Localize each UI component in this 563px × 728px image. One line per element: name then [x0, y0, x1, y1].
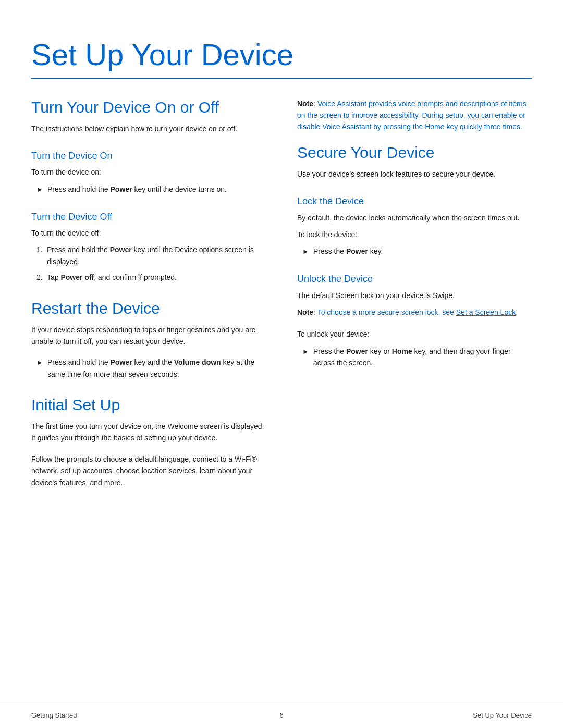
note-text: : Voice Assistant provides voice prompts… [297, 100, 527, 131]
screen-lock-note: Note: To choose a more secure screen loc… [297, 306, 532, 318]
screen-lock-link[interactable]: Set a Screen Lock [456, 308, 516, 316]
turn-on-subsection: Turn the Device On To turn the device on… [31, 150, 266, 195]
initial-setup-title: Initial Set Up [31, 396, 266, 414]
restart-intro: If your device stops responding to taps … [31, 324, 266, 348]
footer-page-number: 6 [279, 711, 283, 719]
page-title: Set Up Your Device [31, 21, 532, 73]
restart-title: Restart the Device [31, 299, 266, 318]
main-content: Set Up Your Device Turn Your Device On o… [0, 0, 563, 546]
unlock-intro2: To unlock your device: [297, 328, 532, 340]
bullet-arrow-restart-icon: ► [36, 357, 43, 368]
initial-setup-section: Initial Set Up The first time you turn y… [31, 396, 266, 488]
unlock-bullet: ► Press the Power key or Home key, and t… [302, 346, 532, 369]
turn-on-off-intro: The instructions below explain how to tu… [31, 123, 266, 134]
unlock-para1: The default Screen lock on your device i… [297, 290, 532, 301]
initial-setup-para2: Follow the prompts to choose a default l… [31, 453, 266, 488]
turn-off-subsection: Turn the Device Off To turn the device o… [31, 211, 266, 283]
voice-assistant-note: Note: Voice Assistant provides voice pro… [297, 98, 532, 133]
secure-intro: Use your device's screen lock features t… [297, 168, 532, 180]
lock-bullet-text: Press the Power key. [313, 245, 383, 257]
turn-off-steps: 1. Press and hold the Power key until th… [36, 244, 266, 283]
page-footer: Getting Started 6 Set Up Your Device [0, 702, 563, 728]
unlock-bullet-text: Press the Power key or Home key, and the… [313, 346, 532, 369]
lock-title: Lock the Device [297, 195, 532, 207]
turn-off-intro: To turn the device off: [31, 227, 266, 239]
turn-on-bullet-text: Press and hold the Power key until the d… [47, 183, 227, 195]
lock-intro2: To lock the device: [297, 229, 532, 240]
unlock-subsection: Unlock the Device The default Screen loc… [297, 273, 532, 368]
restart-bullet: ► Press and hold the Power key and the V… [36, 356, 266, 380]
lock-bullet: ► Press the Power key. [302, 245, 532, 257]
bullet-arrow-unlock-icon: ► [302, 347, 309, 357]
turn-off-step-1: 1. Press and hold the Power key until th… [36, 244, 266, 267]
page: Set Up Your Device Turn Your Device On o… [0, 0, 563, 728]
turn-on-off-section: Turn Your Device On or Off The instructi… [31, 98, 266, 134]
turn-on-intro: To turn the device on: [31, 166, 266, 178]
note-label: Note [297, 100, 313, 108]
two-column-layout: Turn Your Device On or Off The instructi… [31, 98, 532, 504]
turn-on-bullet: ► Press and hold the Power key until the… [36, 183, 266, 195]
turn-on-title: Turn the Device On [31, 150, 266, 162]
lock-para1: By default, the device locks automatical… [297, 212, 532, 224]
initial-setup-para1: The first time you turn your device on, … [31, 421, 266, 444]
title-divider [31, 78, 532, 79]
footer-left: Getting Started [31, 711, 77, 719]
bullet-arrow-icon: ► [36, 184, 43, 195]
footer-right: Set Up Your Device [473, 711, 532, 719]
secure-title: Secure Your Device [297, 143, 532, 162]
turn-off-title: Turn the Device Off [31, 211, 266, 223]
secure-section: Secure Your Device Use your device's scr… [297, 143, 532, 180]
turn-off-step-2: 2. Tap Power off, and confirm if prompte… [36, 272, 266, 283]
screen-lock-note-end: . [516, 308, 518, 316]
turn-on-off-title: Turn Your Device On or Off [31, 98, 266, 117]
restart-section: Restart the Device If your device stops … [31, 299, 266, 380]
left-column: Turn Your Device On or Off The instructi… [31, 98, 266, 504]
screen-lock-note-label: Note [297, 308, 313, 316]
right-column: Note: Voice Assistant provides voice pro… [297, 98, 532, 385]
screen-lock-note-text: : To choose a more secure screen lock, s… [313, 308, 456, 316]
restart-bullet-text: Press and hold the Power key and the Vol… [47, 356, 266, 380]
unlock-title: Unlock the Device [297, 273, 532, 285]
bullet-arrow-lock-icon: ► [302, 246, 309, 257]
lock-subsection: Lock the Device By default, the device l… [297, 195, 532, 257]
